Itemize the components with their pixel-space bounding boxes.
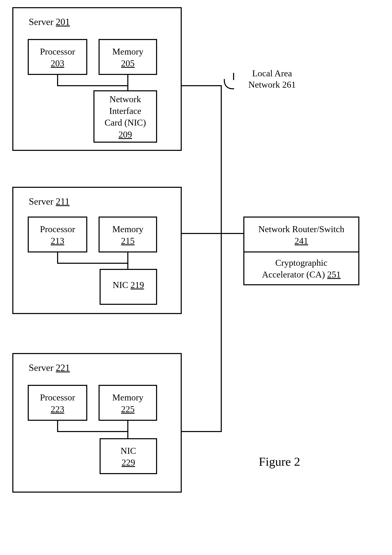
nic-219-label: NIC xyxy=(113,280,131,290)
nic-229-num: 229 xyxy=(101,457,156,468)
router-box: Network Router/Switch 241 xyxy=(243,217,359,252)
server-221-title: Server 221 xyxy=(29,362,70,373)
wire xyxy=(221,233,244,234)
nic-219-num: 219 xyxy=(130,280,144,290)
wire xyxy=(57,421,58,432)
wire xyxy=(57,252,58,264)
processor-213-label: Processor xyxy=(29,223,86,235)
processor-223-box: Processor 223 xyxy=(28,385,87,421)
wire xyxy=(127,75,128,90)
memory-205-num: 205 xyxy=(100,58,156,69)
nic-219-box: NIC 219 xyxy=(100,269,157,305)
nic-209-l1: Network xyxy=(95,93,156,105)
router-label: Network Router/Switch xyxy=(244,223,358,235)
processor-203-box: Processor 203 xyxy=(28,39,87,75)
processor-213-num: 213 xyxy=(29,235,86,247)
label-num: 201 xyxy=(56,17,70,27)
wire xyxy=(57,85,128,86)
wire xyxy=(182,431,222,432)
nic-209-num: 209 xyxy=(95,129,156,140)
ca-num: 251 xyxy=(327,270,341,279)
label-text: Server xyxy=(29,363,56,373)
wire xyxy=(57,431,128,432)
processor-213-box: Processor 213 xyxy=(28,217,87,252)
memory-205-box: Memory 205 xyxy=(99,39,157,75)
nic-229-box: NIC 229 xyxy=(100,438,157,474)
processor-223-label: Processor xyxy=(29,392,86,403)
memory-225-label: Memory xyxy=(100,392,156,403)
wire xyxy=(182,233,222,234)
processor-203-num: 203 xyxy=(29,58,86,69)
nic-209-box: Network Interface Card (NIC) 209 xyxy=(93,90,157,143)
processor-203-label: Processor xyxy=(29,46,86,58)
server-211-title: Server 211 xyxy=(29,196,70,207)
lan-bus xyxy=(221,85,222,432)
label-text: Server xyxy=(29,196,56,207)
figure-label: Figure 2 xyxy=(259,455,300,469)
memory-215-label: Memory xyxy=(100,223,156,235)
memory-225-box: Memory 225 xyxy=(99,385,157,421)
ca-l2-pre: Accelerator (CA) xyxy=(262,270,327,279)
ca-box: Cryptographic Accelerator (CA) 251 xyxy=(243,251,359,285)
lan-l1: Local Area xyxy=(243,68,301,79)
memory-215-box: Memory 215 xyxy=(99,217,157,252)
wire xyxy=(57,263,128,264)
server-201-title: Server 201 xyxy=(29,16,70,27)
wire xyxy=(127,252,128,269)
memory-215-num: 215 xyxy=(100,235,156,247)
processor-223-num: 223 xyxy=(29,403,86,415)
nic-209-l3: Card (NIC) xyxy=(95,117,156,129)
label-num: 221 xyxy=(56,363,70,373)
lan-l2: Network 261 xyxy=(243,79,301,90)
lan-label: Local Area Network 261 xyxy=(243,68,301,90)
wire xyxy=(233,73,234,80)
ca-l1: Cryptographic xyxy=(244,257,358,269)
router-num: 241 xyxy=(244,235,358,247)
nic-229-label: NIC xyxy=(101,445,156,457)
memory-205-label: Memory xyxy=(100,46,156,58)
ca-l2-row: Accelerator (CA) 251 xyxy=(244,269,358,280)
memory-225-num: 225 xyxy=(100,403,156,415)
label-text: Server xyxy=(29,17,56,27)
nic-209-l2: Interface xyxy=(95,105,156,117)
wire xyxy=(182,85,222,86)
label-num: 211 xyxy=(56,196,70,207)
wire xyxy=(57,75,58,86)
hook-icon xyxy=(224,79,234,89)
wire xyxy=(127,421,128,438)
